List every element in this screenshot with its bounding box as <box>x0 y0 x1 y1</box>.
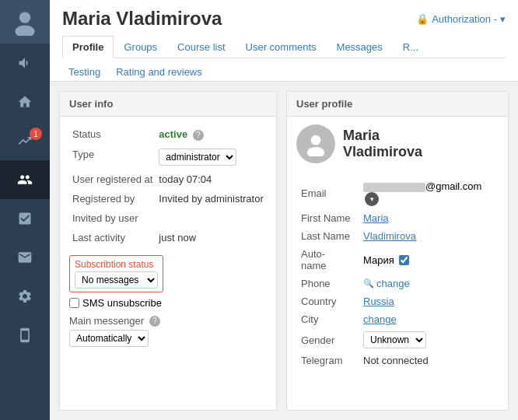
sms-checkbox[interactable] <box>69 298 79 308</box>
tab-r[interactable]: R... <box>393 36 429 58</box>
user-profile-panel-header: User profile <box>287 92 508 117</box>
gender-label: Gender <box>296 328 359 352</box>
telegram-row: Telegram Not connected <box>296 352 499 369</box>
tab-course-list[interactable]: Course list <box>167 36 235 58</box>
phone-change-link[interactable]: 🔍 change <box>363 278 494 289</box>
subscription-section: Subscribtion status No messages All mess… <box>69 254 267 292</box>
profile-name: Maria Vladimirova <box>343 128 422 160</box>
email-row: Email @gmail.com ▾ <box>296 177 499 209</box>
sidebar-item-home[interactable] <box>0 82 50 121</box>
phone-row: Phone 🔍 change <box>296 275 499 292</box>
status-row: Status active ? <box>69 124 267 145</box>
autoname-text: Мария <box>363 254 394 266</box>
telegram-value: Not connected <box>359 352 499 369</box>
user-info-panel-body: Status active ? Type administrator user <box>60 117 276 355</box>
sidebar-item-mobile[interactable] <box>0 316 50 355</box>
tab-user-comments[interactable]: User comments <box>236 36 327 58</box>
autoname-label: Auto-name <box>296 245 359 275</box>
invited-label: Invited by user <box>69 208 156 228</box>
sidebar-item-check[interactable] <box>0 199 50 238</box>
status-help-icon[interactable]: ? <box>193 130 204 141</box>
sidebar-item-mail[interactable] <box>0 238 50 277</box>
user-profile-panel-body: Maria Vladimirova Email @gmail.com ▾ Fir… <box>287 117 508 377</box>
invited-value <box>156 208 267 228</box>
email-label: Email <box>296 177 359 209</box>
expand-email-icon[interactable]: ▾ <box>365 192 379 206</box>
subtab-testing[interactable]: Testing <box>62 63 107 81</box>
svg-point-0 <box>19 12 30 23</box>
first-name-label: First Name <box>296 209 359 227</box>
last-name-value[interactable]: Vladimirova <box>359 227 499 245</box>
sidebar-item-settings[interactable] <box>0 277 50 316</box>
sidebar-item-users[interactable] <box>0 160 50 199</box>
gender-select[interactable]: Unknown Male Female <box>363 331 426 348</box>
city-row: City change <box>296 310 499 328</box>
messenger-section: Main messenger ? Automatically Email SMS… <box>69 315 267 347</box>
status-value: active ? <box>156 124 267 145</box>
subtab-rating[interactable]: Rating and reviews <box>110 63 208 81</box>
phone-label: Phone <box>296 275 359 292</box>
subscription-select[interactable]: No messages All messages Important only <box>75 271 158 289</box>
registered-row: User registered at today 07:04 <box>69 170 267 189</box>
svg-point-1 <box>15 26 34 37</box>
city-value[interactable]: change <box>359 310 499 328</box>
phone-change-text: change <box>376 278 410 289</box>
last-name-row: Last Name Vladimirova <box>296 227 499 245</box>
sidebar: 1 <box>0 0 50 420</box>
registered-label: User registered at <box>69 170 156 189</box>
status-label: Status <box>69 124 156 145</box>
registered-by-label: Registered by <box>69 189 156 208</box>
registered-value: today 07:04 <box>156 170 267 189</box>
last-activity-row: Last activity just now <box>69 228 267 247</box>
search-icon: 🔍 <box>363 278 374 289</box>
user-info-panel: User info Status active ? Type <box>59 91 277 411</box>
email-value: @gmail.com ▾ <box>359 177 499 209</box>
last-name-label: Last Name <box>296 227 359 245</box>
last-activity-value: just now <box>156 228 267 247</box>
messenger-select[interactable]: Automatically Email SMS Telegram <box>69 330 149 347</box>
sidebar-item-speaker[interactable] <box>0 44 50 82</box>
autoname-checkbox[interactable] <box>399 255 409 265</box>
type-select[interactable]: administrator user moderator <box>159 149 236 166</box>
email-suffix: @gmail.com <box>425 180 481 192</box>
tab-groups[interactable]: Groups <box>114 36 167 58</box>
auth-link[interactable]: 🔒 Authorization - ▾ <box>416 13 506 25</box>
registered-by-value: Invited by administrator <box>156 189 267 208</box>
tab-profile[interactable]: Profile <box>62 36 114 58</box>
chevron-down-icon: ▾ <box>500 13 506 25</box>
gender-row: Gender Unknown Male Female <box>296 328 499 352</box>
first-name-row: First Name Maria <box>296 209 499 227</box>
user-profile-panel: User profile Maria Vladimirova <box>286 91 509 411</box>
autoname-row: Auto-name Мария <box>296 245 499 275</box>
country-label: Country <box>296 292 359 310</box>
subtabs-row: Testing Rating and reviews <box>62 58 506 81</box>
first-name-value[interactable]: Maria <box>359 209 499 227</box>
sms-label: SMS unsubscribe <box>82 297 162 309</box>
user-info-table: Status active ? Type administrator user <box>69 124 267 247</box>
sidebar-item-chart[interactable]: 1 <box>0 121 50 160</box>
country-value[interactable]: Russia <box>359 292 499 310</box>
type-value: administrator user moderator <box>156 145 267 170</box>
messenger-label: Main messenger ? <box>69 315 267 327</box>
last-activity-label: Last activity <box>69 228 156 247</box>
lock-icon: 🔒 <box>416 13 429 25</box>
registered-by-row: Registered by Invited by administrator <box>69 189 267 208</box>
header: Maria Vladimirova 🔒 Authorization - ▾ Pr… <box>50 0 518 82</box>
type-label: Type <box>69 145 156 170</box>
subscription-label: Subscribtion status <box>75 259 158 270</box>
messenger-help-icon[interactable]: ? <box>149 316 160 327</box>
phone-value: 🔍 change <box>359 275 499 292</box>
city-label: City <box>296 310 359 328</box>
svg-point-2 <box>311 135 321 145</box>
autoname-value: Мария <box>359 245 499 275</box>
user-info-panel-header: User info <box>60 92 276 117</box>
status-active-badge: active <box>159 128 187 140</box>
subscription-box: Subscribtion status No messages All mess… <box>69 255 163 292</box>
type-row: Type administrator user moderator <box>69 145 267 170</box>
tabs-row: Profile Groups Course list User comments… <box>62 36 506 58</box>
profile-table: Email @gmail.com ▾ First Name Maria Last… <box>296 177 499 369</box>
gender-value: Unknown Male Female <box>359 328 499 352</box>
tab-messages[interactable]: Messages <box>327 36 393 58</box>
svg-point-3 <box>307 147 324 156</box>
body-area: User info Status active ? Type <box>50 82 518 420</box>
